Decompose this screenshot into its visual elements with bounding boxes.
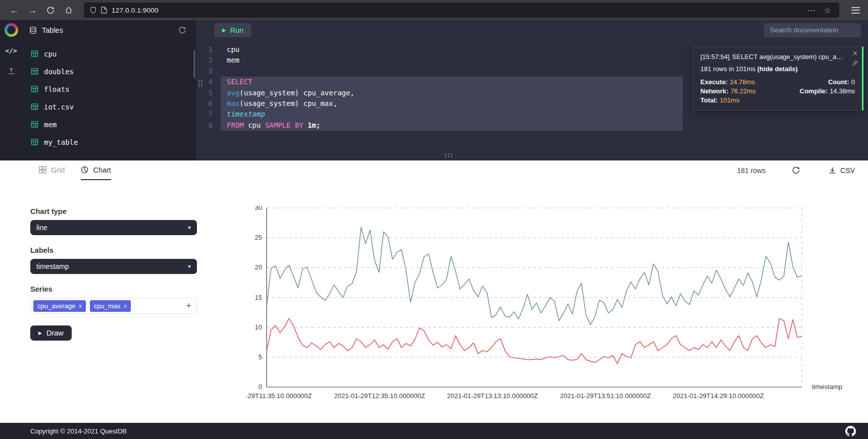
reload-icon[interactable] bbox=[42, 2, 59, 18]
pin-icon[interactable] bbox=[851, 60, 858, 67]
pie-chart-icon bbox=[81, 166, 88, 174]
table-icon bbox=[31, 138, 38, 146]
tab-chart[interactable]: Chart bbox=[81, 160, 111, 180]
refresh-tables-icon[interactable] bbox=[178, 26, 186, 34]
chevron-down-icon: ▾ bbox=[188, 224, 191, 231]
table-list-item[interactable]: mem bbox=[22, 116, 196, 133]
chip-remove-icon[interactable]: x bbox=[124, 303, 127, 309]
workspace: </> cpu doubles floats iot.csv mem bbox=[0, 40, 868, 160]
svg-text:0: 0 bbox=[259, 383, 262, 391]
run-button-label: Run bbox=[230, 26, 244, 34]
table-name: cpu bbox=[44, 50, 57, 58]
query-stat-row: Execute:24.78ms Count:0 bbox=[700, 78, 855, 86]
query-notification: [15:57:54] SELECT avg(usage_system) cpu_… bbox=[693, 46, 863, 111]
svg-text:timestamp: timestamp bbox=[812, 383, 842, 391]
page-info-icon[interactable] bbox=[101, 7, 107, 14]
chart-type-select[interactable]: line ▾ bbox=[30, 220, 197, 235]
sql-editor[interactable]: 1 cpu 2 mem 3 4 SELECT 5 avg(usage_syste… bbox=[196, 40, 868, 160]
search-documentation-input[interactable] bbox=[764, 23, 861, 37]
url-text[interactable]: 127.0.0.1:9000 bbox=[112, 7, 801, 14]
app-topbar: Tables ▶ Run bbox=[0, 20, 868, 40]
table-name: my_table bbox=[44, 138, 78, 146]
chart-svg: 0510152025302021-01-29T11:35:10.000000Z2… bbox=[246, 206, 857, 415]
svg-text:5: 5 bbox=[259, 353, 262, 361]
close-icon[interactable]: × bbox=[853, 49, 857, 58]
draw-button[interactable]: ▶ Draw bbox=[30, 325, 72, 341]
series-chip[interactable]: cpu_average x bbox=[33, 300, 86, 312]
table-list-item[interactable]: iot.csv bbox=[22, 98, 196, 116]
copyright-text: Copyright © 2014-2021 QuestDB bbox=[30, 427, 127, 435]
svg-text:2021-01-29T12:35:10.000000Z: 2021-01-29T12:35:10.000000Z bbox=[334, 392, 425, 400]
console-tab-icon[interactable]: </> bbox=[5, 47, 17, 54]
table-icon bbox=[31, 85, 38, 93]
more-actions-icon[interactable]: ⋯ bbox=[805, 6, 818, 15]
svg-text:15: 15 bbox=[255, 294, 262, 301]
line-content: mem bbox=[221, 55, 683, 66]
questdb-logo[interactable] bbox=[5, 23, 18, 37]
play-icon: ▶ bbox=[222, 28, 226, 33]
line-number: 6 bbox=[196, 98, 221, 109]
query-stat-row: Network:76.22ms Compile:14.38ms bbox=[700, 87, 855, 95]
notification-summary: 181 rows in 101ms bbox=[700, 65, 755, 73]
csv-export-button[interactable]: CSV bbox=[829, 167, 855, 175]
run-button[interactable]: ▶ Run bbox=[215, 23, 251, 37]
line-content: timestamp bbox=[221, 109, 683, 120]
download-icon bbox=[829, 167, 836, 174]
code-line[interactable]: 7 timestamp bbox=[196, 109, 868, 120]
table-icon bbox=[31, 50, 38, 58]
table-name: doubles bbox=[44, 68, 74, 76]
pane-resize-handle-horizontal[interactable] bbox=[445, 153, 454, 158]
forward-icon[interactable]: → bbox=[24, 2, 40, 18]
table-list-item[interactable]: my_table bbox=[22, 133, 196, 151]
tables-panel: cpu doubles floats iot.csv mem my_table bbox=[22, 40, 196, 160]
line-content: max(usage_system) cpu_max, bbox=[221, 98, 683, 109]
address-bar[interactable]: 127.0.0.1:9000 ⋯ ☆ bbox=[84, 3, 839, 18]
back-icon[interactable]: ← bbox=[6, 2, 22, 18]
tables-scrollbar[interactable] bbox=[193, 50, 195, 78]
tab-grid[interactable]: Grid bbox=[39, 160, 65, 180]
grid-icon bbox=[39, 166, 46, 174]
import-upload-icon[interactable] bbox=[7, 67, 16, 75]
svg-text:2021-01-29T14:29:10.000000Z: 2021-01-29T14:29:10.000000Z bbox=[673, 392, 764, 400]
line-number: 3 bbox=[196, 66, 221, 77]
github-icon[interactable] bbox=[845, 426, 856, 436]
code-line[interactable]: 8 FROM cpu SAMPLE BY 1m; bbox=[196, 120, 868, 131]
hide-details-toggle[interactable]: (hide details) bbox=[757, 65, 798, 73]
results-section: Grid Chart 181 rows CSV Chart type line … bbox=[0, 160, 868, 423]
menu-icon[interactable] bbox=[851, 7, 860, 14]
table-icon bbox=[31, 103, 38, 111]
line-content: avg(usage_system) cpu_average, bbox=[221, 88, 683, 98]
results-tab-bar: Grid Chart 181 rows CSV bbox=[0, 160, 868, 180]
home-icon[interactable] bbox=[61, 2, 77, 18]
svg-text:20: 20 bbox=[255, 263, 262, 271]
pane-resize-handle-vertical[interactable] bbox=[198, 80, 203, 88]
line-chart: 0510152025302021-01-29T11:35:10.000000Z2… bbox=[246, 206, 857, 415]
shield-icon[interactable] bbox=[90, 7, 96, 14]
series-chip[interactable]: cpu_max x bbox=[90, 300, 131, 312]
tables-panel-title: Tables bbox=[42, 26, 63, 34]
side-rail: </> bbox=[0, 40, 22, 160]
chip-remove-icon[interactable]: x bbox=[79, 303, 82, 309]
labels-select[interactable]: timestamp ▾ bbox=[30, 259, 197, 274]
refresh-results-icon[interactable] bbox=[792, 166, 800, 175]
chart-config-panel: Chart type line ▾ Labels timestamp ▾ Ser… bbox=[30, 180, 197, 341]
play-icon: ▶ bbox=[38, 331, 42, 336]
table-list-item[interactable]: cpu bbox=[22, 45, 196, 63]
chevron-down-icon: ▾ bbox=[188, 263, 191, 270]
add-series-icon[interactable]: + bbox=[186, 301, 191, 310]
svg-text:30: 30 bbox=[255, 206, 262, 211]
svg-text:2021-01-29T11:35:10.000000Z: 2021-01-29T11:35:10.000000Z bbox=[246, 392, 312, 400]
tab-grid-label: Grid bbox=[51, 166, 65, 174]
notification-timestamp: [15:57:54] bbox=[700, 53, 730, 61]
table-list-item[interactable]: floats bbox=[22, 80, 196, 98]
chart-type-label: Chart type bbox=[30, 207, 197, 215]
line-number: 1 bbox=[196, 44, 221, 55]
query-stats: Execute:24.78ms Count:0 Network:76.22ms … bbox=[700, 78, 855, 104]
bookmark-star-icon[interactable]: ☆ bbox=[822, 6, 833, 15]
draw-button-label: Draw bbox=[46, 329, 64, 337]
table-icon bbox=[31, 68, 38, 75]
table-list-item[interactable]: doubles bbox=[22, 63, 196, 80]
tables-panel-header: Tables bbox=[22, 26, 196, 34]
csv-label: CSV bbox=[840, 167, 855, 175]
series-chip-label: cpu_max bbox=[94, 302, 121, 310]
